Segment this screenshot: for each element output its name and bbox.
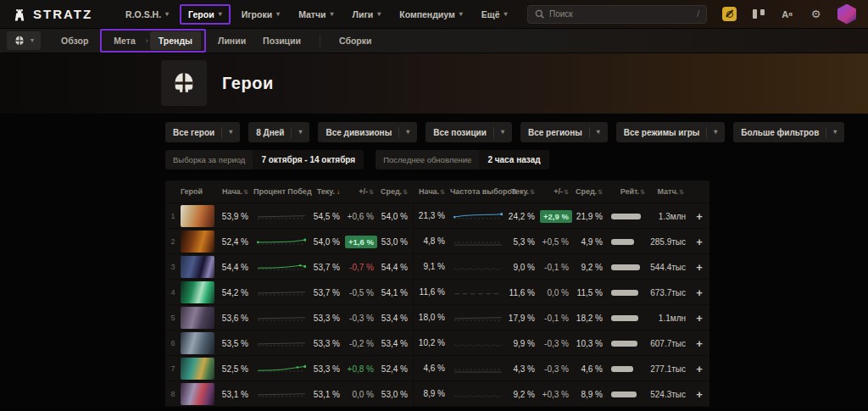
hero-portrait[interactable]	[181, 281, 214, 303]
tab-overview[interactable]: Обзор	[53, 31, 97, 50]
period-value[interactable]: 7 октября - 14 октября	[253, 150, 364, 169]
header-pick-delta[interactable]: +/-⇅	[540, 187, 574, 196]
pick-start: 18,0 %	[413, 305, 450, 330]
header-win-current[interactable]: Теку.↓	[309, 187, 345, 196]
win-start: 53,1 %	[218, 390, 253, 399]
table-row[interactable]: 752,5 %53,3 %+0,8 %52,4 %4,6 %4,3 %-0,3 …	[165, 356, 709, 381]
expand-row-button[interactable]: +	[689, 236, 709, 248]
tab-meta[interactable]: Мета	[105, 31, 143, 50]
nav-item-compendium[interactable]: Компендиум ▾	[392, 5, 470, 24]
win-average: 54,1 %	[379, 288, 413, 297]
rating-bar	[611, 239, 643, 245]
logo-text: STRATZ	[33, 7, 92, 21]
more-filters-button[interactable]: Больше фильтров ▾	[733, 122, 844, 142]
header-winrate-title: Процент Побед	[253, 187, 309, 196]
hero-selector-dropdown[interactable]: ▾	[7, 31, 41, 50]
table-row[interactable]: 553,6 %53,3 %-0,3 %53,4 %18,0 %17,9 %-0,…	[165, 305, 709, 330]
win-delta: -0,5 %	[345, 288, 379, 297]
heroes-trends-table: Герой Нача.⇅ Процент Побед Теку.↓ +/-⇅ С…	[165, 181, 709, 407]
hero-portrait[interactable]	[181, 358, 214, 380]
sort-icon: ⇅	[679, 189, 684, 195]
sort-icon: ⇅	[440, 189, 445, 195]
expand-row-button[interactable]: +	[689, 210, 709, 223]
pick-average: 4,6 %	[574, 364, 608, 374]
nav-item-rosh[interactable]: R.O.S.H. ▾	[118, 5, 176, 24]
chevron-down-icon: ▾	[298, 129, 302, 136]
table-row[interactable]: 354,4 %53,7 %-0,7 %54,4 %9,1 %9,0 %-0,1 …	[165, 254, 709, 280]
hero-portrait[interactable]	[181, 332, 214, 354]
expand-row-button[interactable]: +	[689, 286, 709, 299]
divider	[398, 127, 399, 138]
table-row[interactable]: 153,9 %54,5 %+0,6 %54,0 %21,3 %24,2 %+2,…	[165, 203, 709, 229]
stratz-logo[interactable]: STRATZ	[12, 7, 92, 22]
hero-portrait[interactable]	[181, 205, 214, 227]
filter-days[interactable]: 8 Дней ▾	[248, 122, 309, 142]
hero-portrait[interactable]	[181, 307, 214, 329]
expand-row-button[interactable]: +	[689, 261, 709, 274]
header-pick-current[interactable]: Теку.⇅	[506, 187, 540, 196]
translate-icon[interactable]: Aя	[780, 7, 794, 21]
matches-count: 1.1млн	[650, 314, 689, 323]
table-row[interactable]: 653,5 %53,3 %-0,2 %53,4 %10,2 %9,9 %-0,3…	[165, 330, 709, 356]
boards-icon[interactable]	[751, 7, 765, 21]
table-row[interactable]: 252,4 %54,0 %+1,6 %53,0 %4,8 %5,3 %+0,5 …	[165, 229, 709, 254]
search-input[interactable]	[549, 9, 692, 19]
header-pick-average[interactable]: Сред.⇅	[574, 187, 608, 196]
top-icons: Aя ⚙	[722, 4, 856, 25]
rank-cell: 3	[165, 263, 181, 271]
divider	[706, 127, 707, 138]
nav-item-heroes[interactable]: Герои ▾	[180, 4, 231, 25]
pick-sparkline	[450, 334, 506, 353]
nav-item-more[interactable]: Ещё ▾	[474, 5, 515, 24]
expand-row-button[interactable]: +	[689, 312, 709, 325]
expand-row-button[interactable]: +	[689, 363, 709, 375]
win-average: 53,0 %	[379, 237, 413, 247]
chevron-down-icon: ▾	[833, 129, 837, 136]
gear-icon[interactable]: ⚙	[809, 7, 823, 21]
rank-cell: 2	[165, 237, 181, 246]
hero-portrait[interactable]	[181, 256, 214, 278]
hero-portrait[interactable]	[181, 230, 214, 253]
search-bar[interactable]: /	[527, 5, 707, 24]
filter-divisions[interactable]: Все дивизионы ▾	[318, 122, 417, 142]
pick-delta: -0,1 %	[540, 263, 574, 272]
win-delta: +1,6 %	[345, 236, 379, 248]
header-rating[interactable]: Рейт.⇅	[608, 187, 650, 196]
filter-game-modes[interactable]: Все режимы игры ▾	[616, 122, 726, 142]
user-avatar[interactable]	[837, 4, 856, 25]
header-win-delta[interactable]: +/-⇅	[345, 187, 379, 196]
rating-cell	[608, 290, 650, 296]
table-row[interactable]: 853,1 %53,1 %0,0 %53,0 %8,9 %9,2 %+0,3 %…	[165, 381, 709, 407]
pick-start: 11,6 %	[413, 280, 450, 305]
expand-row-button[interactable]: +	[689, 337, 709, 350]
pick-sparkline	[450, 232, 506, 251]
nav-label: Герои	[188, 9, 214, 19]
nav-item-matches[interactable]: Матчи ▾	[291, 5, 341, 24]
hero-portrait[interactable]	[181, 383, 214, 405]
header-win-average[interactable]: Сред.⇅	[379, 187, 413, 196]
sort-icon: ⇅	[403, 189, 408, 195]
rating-cell	[608, 341, 650, 347]
win-start: 52,4 %	[218, 237, 253, 247]
pick-sparkline	[450, 258, 506, 276]
pick-current: 9,0 %	[506, 263, 540, 272]
tab-lanes[interactable]: Линии	[209, 31, 254, 50]
expand-row-button[interactable]: +	[689, 388, 709, 401]
tab-positions[interactable]: Позиции	[254, 31, 309, 50]
filter-positions[interactable]: Все позиции ▾	[426, 122, 512, 142]
win-delta: -0,3 %	[345, 314, 379, 323]
rating-bar	[611, 290, 643, 296]
tab-builds[interactable]: Сборки	[331, 31, 380, 50]
nav-item-leagues[interactable]: Лиги ▾	[345, 5, 389, 24]
period-pill[interactable]: Выборка за период 7 октября - 14 октября	[165, 150, 364, 169]
stratz-plus-icon[interactable]	[722, 7, 737, 21]
header-pick-start[interactable]: Нача.⇅	[413, 187, 450, 196]
table-row[interactable]: 454,2 %53,7 %-0,5 %54,1 %11,6 %11,6 %0,0…	[165, 280, 709, 305]
subnav-divider	[320, 35, 320, 47]
header-matches[interactable]: Матч.⇅	[650, 187, 689, 196]
filter-regions[interactable]: Все регионы ▾	[520, 122, 608, 142]
header-win-start[interactable]: Нача.⇅	[218, 187, 253, 196]
filter-all-heroes[interactable]: Все герои ▾	[165, 122, 240, 142]
tab-trends[interactable]: Тренды	[150, 31, 201, 50]
nav-item-players[interactable]: Игроки ▾	[234, 5, 287, 24]
